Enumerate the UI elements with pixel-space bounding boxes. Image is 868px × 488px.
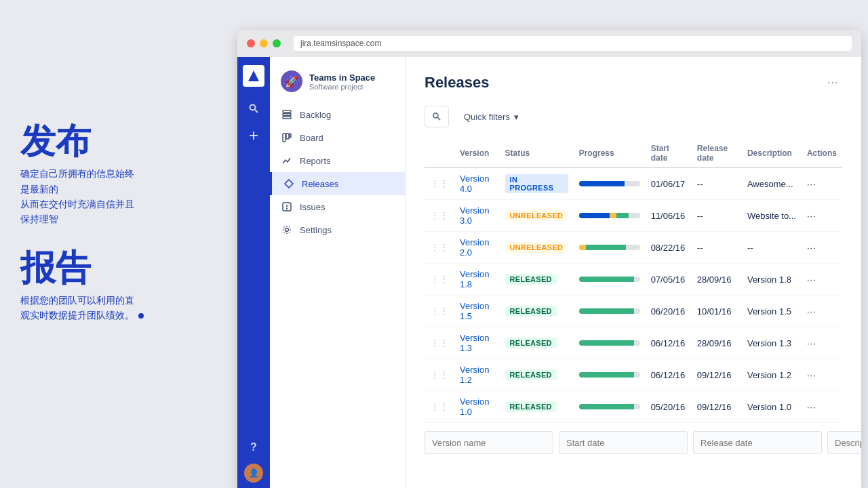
table-row: ⋮⋮Version 4.0IN PROGRESS01/06/17--Awesom… — [425, 167, 842, 200]
version-cell[interactable]: Version 4.0 — [454, 167, 500, 200]
sidebar-item-backlog[interactable]: Backlog — [270, 103, 405, 126]
address-bar[interactable]: jira.teamsinspace.com — [294, 36, 852, 51]
status-cell: IN PROGRESS — [500, 167, 574, 200]
actions-cell[interactable]: ··· — [802, 264, 842, 296]
drag-handle[interactable]: ⋮⋮ — [425, 327, 454, 359]
add-rail-icon[interactable] — [243, 125, 264, 146]
progress-yellow-segment — [579, 245, 587, 250]
release-date-cell: -- — [692, 232, 742, 264]
svg-rect-9 — [286, 134, 289, 139]
progress-cell — [574, 167, 646, 200]
progress-yellow-segment — [610, 213, 617, 218]
backlog-icon — [281, 108, 293, 121]
drag-handle[interactable]: ⋮⋮ — [425, 200, 454, 232]
section1-desc: 确定自己所拥有的信息始终 是最新的 从而在交付时充满自信并且 保持理智 — [20, 166, 220, 227]
page-title: Releases — [425, 74, 489, 92]
start-date-cell: 06/12/16 — [646, 327, 692, 359]
version-cell[interactable]: Version 1.8 — [454, 264, 500, 296]
description-cell: -- — [742, 232, 802, 264]
version-cell[interactable]: Version 1.5 — [454, 296, 500, 327]
description-cell: Version 1.8 — [742, 264, 802, 296]
actions-cell[interactable]: ··· — [802, 359, 842, 391]
project-type: Software project — [309, 83, 375, 91]
minimize-button[interactable] — [260, 39, 268, 47]
help-icon[interactable]: ? — [243, 436, 264, 458]
section2-desc: 根据您的团队可以利用的直 观实时数据提升团队绩效。 — [20, 293, 220, 323]
version-cell[interactable]: Version 3.0 — [454, 200, 500, 232]
reports-icon — [281, 155, 293, 167]
actions-cell[interactable]: ··· — [802, 167, 842, 200]
release-date-cell: -- — [692, 167, 742, 200]
drag-handle[interactable]: ⋮⋮ — [425, 264, 454, 296]
section1-title: 发布 — [20, 122, 220, 161]
release-date-input[interactable] — [693, 431, 822, 454]
progress-blue-segment — [579, 181, 625, 186]
svg-point-14 — [285, 228, 289, 232]
version-cell[interactable]: Version 2.0 — [454, 232, 500, 264]
project-header: 🚀 Teams in Space Software project — [270, 65, 405, 103]
description-cell: Awesome... — [742, 167, 802, 200]
drag-handle[interactable]: ⋮⋮ — [425, 167, 454, 200]
table-row: ⋮⋮Version 1.8RELEASED07/05/1628/09/16Ver… — [425, 264, 842, 296]
svg-rect-6 — [283, 114, 291, 116]
status-badge: UNRELEASED — [505, 242, 568, 253]
actions-cell[interactable]: ··· — [802, 327, 842, 359]
filter-bar: Quick filters ▾ — [425, 106, 842, 127]
start-date-cell: 06/12/16 — [646, 359, 692, 391]
svg-point-15 — [433, 113, 438, 118]
version-cell[interactable]: Version 1.2 — [454, 359, 500, 391]
version-cell[interactable]: Version 1.3 — [454, 327, 500, 359]
progress-cell — [574, 359, 646, 391]
actions-cell[interactable]: ··· — [802, 296, 842, 327]
actions-cell[interactable]: ··· — [802, 391, 842, 423]
start-date-cell: 11/06/16 — [646, 200, 692, 232]
more-options-button[interactable]: ··· — [823, 73, 842, 92]
sidebar-item-reports[interactable]: Reports — [270, 149, 405, 172]
actions-cell[interactable]: ··· — [802, 232, 842, 264]
col-version: Version — [454, 140, 500, 167]
table-row: ⋮⋮Version 1.5RELEASED06/20/1610/01/16Ver… — [425, 296, 842, 327]
releases-label: Releases — [302, 179, 338, 189]
user-avatar[interactable]: 👤 — [244, 464, 263, 483]
drag-handle[interactable]: ⋮⋮ — [425, 296, 454, 327]
drag-handle[interactable]: ⋮⋮ — [425, 391, 454, 423]
start-date-input[interactable] — [559, 431, 688, 454]
actions-cell[interactable]: ··· — [802, 200, 842, 232]
table-row: ⋮⋮Version 3.0UNRELEASED11/06/16--Website… — [425, 200, 842, 232]
start-date-cell: 01/06/17 — [646, 167, 692, 200]
sidebar-item-board[interactable]: Board — [270, 126, 405, 149]
progress-green-segment — [579, 404, 634, 409]
board-icon — [281, 131, 293, 144]
drag-handle[interactable]: ⋮⋮ — [425, 232, 454, 264]
description-cell: Version 1.5 — [742, 296, 802, 327]
description-cell: Version 1.3 — [742, 327, 802, 359]
start-date-cell: 08/22/16 — [646, 232, 692, 264]
browser-window: jira.teamsinspace.com ? 👤 🚀 — [237, 30, 861, 488]
search-rail-icon[interactable] — [243, 98, 264, 119]
maximize-button[interactable] — [273, 39, 281, 47]
drag-handle[interactable]: ⋮⋮ — [425, 359, 454, 391]
issues-label: Issues — [300, 202, 326, 212]
svg-line-16 — [438, 118, 441, 121]
sidebar-item-settings[interactable]: Settings — [270, 218, 405, 241]
status-badge: UNRELEASED — [505, 210, 568, 221]
col-status: Status — [500, 140, 574, 167]
section2-title: 报告 — [20, 249, 220, 287]
version-cell[interactable]: Version 1.0 — [454, 391, 500, 423]
bullet-dot — [138, 313, 144, 319]
releases-table: Version Status Progress Start date Relea… — [425, 140, 842, 423]
status-cell: RELEASED — [500, 327, 574, 359]
col-drag — [425, 140, 454, 167]
sidebar-item-releases[interactable]: Releases — [270, 172, 405, 195]
sidebar-item-issues[interactable]: Issues — [270, 195, 405, 218]
description-input[interactable] — [827, 431, 861, 454]
status-cell: RELEASED — [500, 359, 574, 391]
close-button[interactable] — [247, 39, 255, 47]
progress-green-segment — [579, 277, 634, 282]
quick-filters-button[interactable]: Quick filters ▾ — [456, 108, 527, 126]
release-date-cell: -- — [692, 200, 742, 232]
search-box[interactable] — [425, 106, 449, 127]
settings-label: Settings — [300, 225, 332, 235]
release-date-cell: 28/09/16 — [692, 327, 742, 359]
version-name-input[interactable] — [425, 431, 553, 454]
